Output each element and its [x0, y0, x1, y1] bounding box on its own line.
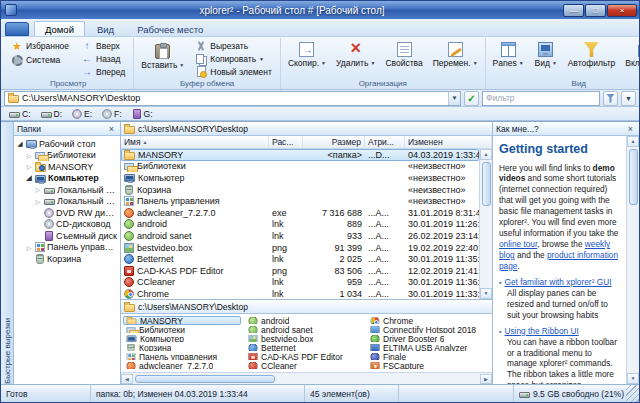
- close-button[interactable]: ×: [607, 4, 637, 17]
- horizontal-scrollbar[interactable]: ◀ ▶: [121, 372, 492, 384]
- column-header[interactable]: Атри...: [365, 136, 405, 148]
- scroll-up-icon[interactable]: ▲: [480, 149, 492, 160]
- expand-icon[interactable]: ▷: [25, 152, 33, 159]
- tab-workspace[interactable]: Рабочее место: [126, 21, 214, 36]
- tree-item[interactable]: ▷Локальный диск: [14, 196, 120, 208]
- top-pane-header[interactable]: c:\Users\MANSORY\Desktop: [121, 122, 492, 136]
- table-row[interactable]: Корзина«неизвестно»: [121, 184, 479, 196]
- scroll-left-icon[interactable]: ◀: [121, 374, 133, 384]
- properties-button[interactable]: Свойства: [381, 39, 426, 69]
- list-item[interactable]: Библиотеки: [123, 325, 241, 334]
- table-row[interactable]: androidlnk889...A...30.01.2019 11:26:00: [121, 219, 479, 231]
- app-icon[interactable]: [5, 4, 17, 16]
- drive-c-button[interactable]: C:: [5, 108, 35, 120]
- drive-f-button[interactable]: F:: [98, 108, 126, 120]
- minimize-button[interactable]: —: [563, 4, 584, 17]
- app-menu-button[interactable]: [5, 22, 29, 36]
- bottom-pane-header[interactable]: c:\Users\MANSORY\Desktop: [121, 300, 492, 314]
- list-item[interactable]: MANSORY: [123, 316, 241, 325]
- scroll-right-icon[interactable]: ▶: [480, 374, 492, 384]
- vertical-scrollbar[interactable]: ▲ ▼: [479, 149, 492, 299]
- list-item[interactable]: bestvideo.box: [245, 334, 363, 343]
- list-item[interactable]: adwcleaner_7.2.7.0: [123, 361, 241, 370]
- tree-item[interactable]: ▷MANSORY: [14, 161, 120, 173]
- list-item[interactable]: Driver Booster 6: [367, 334, 485, 343]
- table-row[interactable]: MANSORY<папка>...D...04.03.2019 1:33:44: [121, 149, 479, 161]
- scrollbar-thumb[interactable]: [482, 162, 491, 206]
- vertical-scrollbar[interactable]: ▲ ▼: [626, 136, 639, 384]
- tree-item[interactable]: CD-дисковод: [14, 219, 120, 231]
- copy-to-button[interactable]: Скопир.▼: [284, 39, 330, 69]
- expand-icon[interactable]: ▷: [25, 244, 33, 251]
- tree-item[interactable]: Корзина: [14, 253, 120, 265]
- tab-button[interactable]: Вкладка▼: [621, 39, 640, 69]
- paste-button[interactable]: Вставить▼: [137, 39, 188, 71]
- table-row[interactable]: adwcleaner_7.2.7.0exe7 316 688...A...31.…: [121, 207, 479, 219]
- table-row[interactable]: Chromelnk1 034...A...30.01.2019 11:33:38: [121, 288, 479, 299]
- panes-button[interactable]: Panes▼: [489, 39, 528, 69]
- list-item[interactable]: Finale: [367, 352, 485, 361]
- list-item[interactable]: FSCapture: [367, 361, 485, 370]
- list-item[interactable]: Панель управления: [123, 352, 241, 361]
- forward-button[interactable]: Вперед: [76, 65, 130, 78]
- scrollbar-thumb[interactable]: [135, 375, 275, 383]
- back-button[interactable]: Назад: [76, 52, 130, 65]
- scroll-up-icon[interactable]: ▲: [627, 136, 639, 147]
- column-header[interactable]: Рас...: [269, 136, 303, 148]
- list-item[interactable]: Chrome: [367, 316, 485, 325]
- tab-home[interactable]: Домой: [34, 21, 85, 36]
- table-row[interactable]: CAD-KAS PDF Editorpng83 506...A...12.02.…: [121, 265, 479, 277]
- resize-grip[interactable]: [626, 385, 639, 402]
- list-item[interactable]: Betternet: [245, 343, 363, 352]
- drive-e-button[interactable]: E:: [68, 108, 96, 120]
- system-button[interactable]: Система: [6, 53, 74, 67]
- delete-button[interactable]: Удалить▼: [332, 39, 379, 69]
- view-button[interactable]: Вид▼: [530, 39, 562, 69]
- column-header[interactable]: Изменен: [405, 136, 492, 148]
- tree-item[interactable]: ▷Панель управления: [14, 242, 120, 254]
- list-item[interactable]: Компьютер: [123, 334, 241, 343]
- scrollbar-thumb[interactable]: [629, 149, 638, 205]
- help-link[interactable]: online tour: [499, 239, 537, 249]
- maximize-button[interactable]: □: [585, 4, 606, 17]
- cut-button[interactable]: Вырезать: [190, 39, 277, 52]
- close-icon[interactable]: ×: [106, 123, 117, 134]
- help-topic-link[interactable]: Using the Ribbon UI: [504, 326, 578, 336]
- address-bar[interactable]: C:\Users\MANSORY\Desktop ▼: [4, 91, 461, 106]
- table-row[interactable]: android sanetlnk933...A...26.02.2019 23:…: [121, 230, 479, 242]
- tree-item[interactable]: ◢Компьютер: [14, 173, 120, 185]
- list-item[interactable]: android: [245, 316, 363, 325]
- tree-item[interactable]: Съемный диск: [14, 230, 120, 242]
- tree-item[interactable]: ▷Локальный диск: [14, 184, 120, 196]
- help-topic-link[interactable]: Get familiar with xplorer² GUI: [504, 277, 611, 287]
- tree-item[interactable]: DVD RW дисковод: [14, 207, 120, 219]
- list-item[interactable]: Connectify Hotspot 2018: [367, 325, 485, 334]
- favorites-button[interactable]: Избранное: [6, 39, 74, 53]
- filter-dropdown-button[interactable]: ▼: [621, 91, 636, 106]
- tab-view[interactable]: Вид: [86, 21, 125, 36]
- table-row[interactable]: Компьютер«неизвестно»: [121, 172, 479, 184]
- new-item-button[interactable]: Новый элемент: [190, 65, 277, 78]
- tree-item[interactable]: ▷Библиотеки: [14, 150, 120, 162]
- up-button[interactable]: Вверх: [76, 39, 130, 52]
- list-item[interactable]: CAD-KAS PDF Editor: [245, 352, 363, 361]
- expand-icon[interactable]: ▷: [25, 163, 33, 170]
- chevron-down-icon[interactable]: ▼: [448, 92, 460, 105]
- address-path[interactable]: C:\Users\MANSORY\Desktop: [22, 93, 445, 103]
- collapse-icon[interactable]: ◢: [25, 174, 33, 182]
- table-row[interactable]: bestvideo.boxpng91 399...A...19.02.2019 …: [121, 242, 479, 254]
- filter-input[interactable]: [482, 91, 600, 106]
- quick-clips-tab[interactable]: Быстрые вырезки: [3, 128, 12, 384]
- collapse-icon[interactable]: ◢: [16, 140, 24, 148]
- scroll-down-icon[interactable]: ▼: [627, 373, 639, 384]
- drive-d-button[interactable]: D:: [37, 108, 67, 120]
- expand-icon[interactable]: ▷: [34, 198, 42, 205]
- autofilter-button[interactable]: Автофильтр: [564, 39, 620, 69]
- rename-button[interactable]: Перемен.▼: [429, 39, 482, 69]
- column-header[interactable]: Размер: [303, 136, 365, 148]
- column-header[interactable]: Имя▲: [121, 136, 269, 148]
- list-item[interactable]: android sanet: [245, 325, 363, 334]
- expand-icon[interactable]: ▷: [34, 186, 42, 193]
- scroll-down-icon[interactable]: ▼: [480, 288, 492, 299]
- table-row[interactable]: Библиотеки«неизвестно»: [121, 161, 479, 173]
